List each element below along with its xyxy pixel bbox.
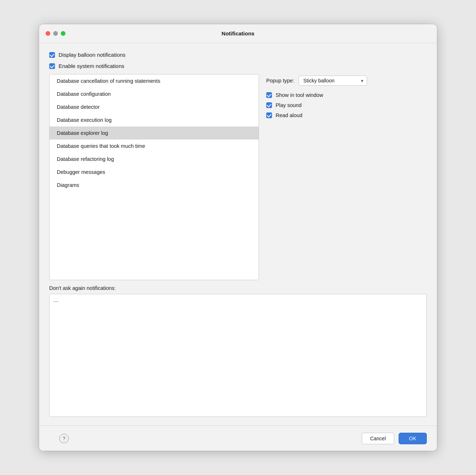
minimize-button[interactable] <box>53 31 58 36</box>
show-in-tool-window-label[interactable]: Show in tool window <box>276 92 323 98</box>
footer-inner: ? Cancel OK <box>49 433 427 444</box>
maximize-button[interactable] <box>61 31 65 36</box>
read-aloud-checkbox[interactable] <box>266 112 272 118</box>
list-item[interactable]: Database cancellation of running stateme… <box>50 74 259 87</box>
enable-system-row: Enable system notifications <box>49 63 427 69</box>
list-item[interactable]: Diagrams <box>50 179 259 192</box>
list-item[interactable]: Database execution log <box>50 114 259 127</box>
window-controls <box>46 31 65 36</box>
play-sound-label[interactable]: Play sound <box>276 102 302 108</box>
right-panel: Popup type: Sticky balloonBalloonTool wi… <box>266 74 427 280</box>
window-title: Notifications <box>222 30 255 37</box>
show-in-tool-window-row: Show in tool window <box>266 92 427 98</box>
cancel-button[interactable]: Cancel <box>362 433 394 444</box>
list-item[interactable]: Debugger messages <box>50 166 259 179</box>
read-aloud-label[interactable]: Read aloud <box>276 112 302 118</box>
content-area: Display balloon notifications Enable sys… <box>39 43 437 425</box>
titlebar: Notifications <box>39 24 437 43</box>
ok-button[interactable]: OK <box>399 433 427 444</box>
read-aloud-row: Read aloud <box>266 112 427 118</box>
popup-type-row: Popup type: Sticky balloonBalloonTool wi… <box>266 76 427 86</box>
display-balloon-label[interactable]: Display balloon notifications <box>59 52 126 58</box>
notification-list[interactable]: Database cancellation of running stateme… <box>49 74 259 280</box>
display-balloon-checkbox[interactable] <box>49 52 55 58</box>
notifications-window: Notifications Display balloon notificati… <box>39 24 437 451</box>
enable-system-label[interactable]: Enable system notifications <box>59 63 124 69</box>
footer: ? Cancel OK <box>39 425 437 451</box>
main-area: Database cancellation of running stateme… <box>49 74 427 280</box>
play-sound-row: Play sound <box>266 102 427 108</box>
display-balloon-row: Display balloon notifications <box>49 52 427 58</box>
list-item[interactable]: Database detector <box>50 100 259 114</box>
popup-type-select-wrapper: Sticky balloonBalloonTool windowNo popup <box>298 76 367 86</box>
list-item[interactable]: Database refactoring log <box>50 153 259 166</box>
play-sound-checkbox[interactable] <box>266 102 272 108</box>
enable-system-checkbox[interactable] <box>49 63 55 69</box>
list-item[interactable]: Database explorer log <box>50 127 259 140</box>
help-button[interactable]: ? <box>59 434 69 443</box>
popup-type-label: Popup type: <box>266 78 294 84</box>
options-group: Show in tool window Play sound Read alou… <box>266 92 427 118</box>
dont-ask-section: Don't ask again notifications: — <box>49 285 427 417</box>
dont-ask-label: Don't ask again notifications: <box>49 285 427 291</box>
list-item[interactable]: Database queries that took much time <box>50 140 259 153</box>
list-item[interactable]: Database configuration <box>50 87 259 100</box>
dont-ask-dash: — <box>53 298 58 304</box>
show-in-tool-window-checkbox[interactable] <box>266 92 272 98</box>
dont-ask-box[interactable]: — <box>49 294 427 417</box>
popup-type-select[interactable]: Sticky balloonBalloonTool windowNo popup <box>298 76 367 86</box>
close-button[interactable] <box>46 31 50 36</box>
